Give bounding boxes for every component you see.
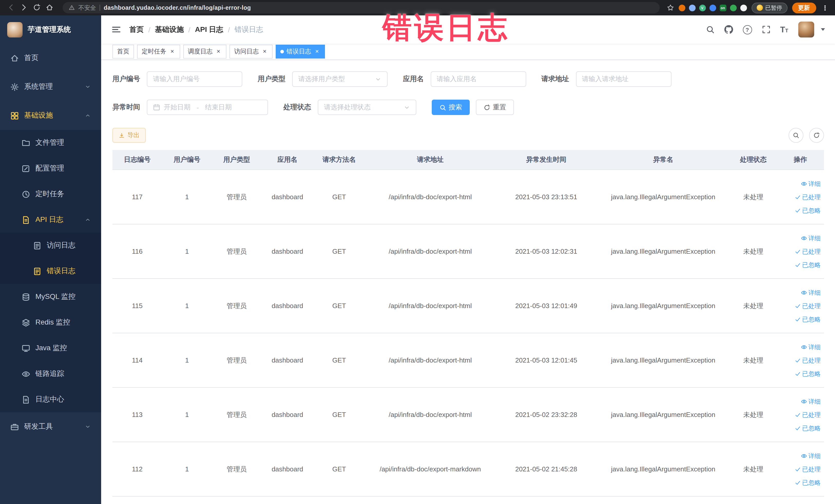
extension-orange-icon[interactable] [678, 4, 685, 11]
check-icon [794, 207, 801, 213]
logo-title: 芋道管理系统 [28, 25, 71, 34]
sidebar-item-java-monitor[interactable]: Java 监控 [0, 335, 101, 361]
action-processed-link[interactable]: 已处理 [794, 354, 821, 366]
tab-error-log[interactable]: 错误日志× [276, 45, 325, 59]
sidebar-nav: 首页系统管理基础设施文件管理配置管理定时任务API 日志访问日志错误日志MySQ… [0, 44, 101, 441]
sidebar-item-api-log[interactable]: API 日志 [0, 207, 101, 233]
extension-green-leaf-icon[interactable] [730, 4, 736, 11]
breadcrumb-item[interactable]: 首页 [129, 25, 144, 34]
action-detail-link[interactable]: 详细 [801, 177, 821, 190]
search-icon[interactable] [706, 25, 714, 34]
action-processed-link[interactable]: 已处理 [794, 408, 821, 421]
cell-status: 未处理 [730, 224, 777, 279]
table-row: 1151管理员dashboardGET/api/infra/db-doc/exp… [113, 279, 824, 333]
extension-vue-devtools-icon[interactable]: V [699, 4, 706, 11]
action-ignored-link[interactable]: 已忽略 [794, 476, 821, 489]
action-processed-link[interactable]: 已处理 [794, 463, 821, 475]
breadcrumb-separator: / [148, 25, 150, 34]
user-type-select[interactable]: 请选择用户类型 [292, 72, 388, 87]
sidebar-item-home[interactable]: 首页 [0, 44, 101, 73]
process-status-select[interactable]: 请选择处理状态 [318, 100, 416, 115]
sidebar-item-infrastructure[interactable]: 基础设施 [0, 101, 101, 130]
chevron-down-icon[interactable] [821, 28, 825, 31]
tab-close-icon[interactable]: × [261, 48, 268, 55]
cell-url: /api/infra/db-doc/export-html [365, 279, 495, 333]
toggle-search-icon-button[interactable] [788, 128, 803, 143]
browser-home-icon[interactable] [46, 3, 54, 12]
github-icon[interactable] [724, 25, 733, 34]
breadcrumb-separator: / [188, 25, 190, 34]
browser-reload-icon[interactable] [33, 3, 41, 12]
sidebar-item-file-management[interactable]: 文件管理 [0, 130, 101, 156]
user-id-input[interactable]: 请输入用户编号 [147, 72, 242, 87]
sidebar-item-dev-tools[interactable]: 研发工具 [0, 412, 101, 441]
address-bar[interactable]: 不安全 dashboard.yudao.iocoder.cn/infra/log… [63, 2, 659, 13]
action-processed-link[interactable]: 已处理 [794, 245, 821, 258]
extension-lightblue-icon[interactable] [689, 4, 695, 11]
sidebar-item-config-management[interactable]: 配置管理 [0, 156, 101, 181]
tab-label: 调度日志 [188, 47, 212, 56]
sidebar-item-scheduled-jobs[interactable]: 定时任务 [0, 181, 101, 207]
doc2-icon [33, 267, 42, 276]
tab-home[interactable]: 首页 [113, 45, 134, 59]
update-button[interactable]: 更新 [792, 2, 816, 13]
security-label: 不安全 [78, 4, 96, 12]
action-detail-link[interactable]: 详细 [801, 395, 821, 407]
avatar[interactable] [798, 22, 814, 38]
breadcrumb-item[interactable]: API 日志 [195, 25, 223, 34]
action-processed-link[interactable]: 已处理 [794, 191, 821, 203]
cell-status: 未处理 [730, 333, 777, 387]
extension-blue-grid-icon[interactable] [709, 4, 716, 11]
tab-close-icon[interactable]: × [169, 48, 176, 55]
fullscreen-icon[interactable] [761, 25, 770, 34]
action-ignored-link[interactable]: 已忽略 [794, 367, 821, 380]
url-text[interactable]: dashboard.yudao.iocoder.cn/infra/log/api… [104, 5, 251, 11]
paused-badge[interactable]: 已暂停 [751, 2, 787, 13]
tab-close-icon[interactable]: × [314, 48, 320, 55]
browser-menu-icon[interactable]: ⋮ [821, 4, 830, 12]
sidebar-item-redis-monitor[interactable]: Redis 监控 [0, 310, 101, 335]
request-url-input[interactable]: 请输入请求地址 [576, 72, 671, 87]
cell-id: 116 [113, 224, 162, 279]
sidebar-item-log-center[interactable]: 日志中心 [0, 387, 101, 412]
bookmark-star-icon[interactable] [667, 4, 674, 11]
action-detail-link[interactable]: 详细 [801, 341, 821, 353]
search-button[interactable]: 搜索 [432, 100, 470, 115]
reset-button[interactable]: 重置 [476, 100, 514, 115]
exception-time-range-input[interactable]: 开始日期 - 结束日期 [147, 100, 268, 115]
browser-forward-icon[interactable] [20, 3, 28, 12]
action-ignored-link[interactable]: 已忽略 [794, 313, 821, 325]
tab-schedule-log[interactable]: 调度日志× [183, 45, 226, 59]
tab-scheduled-jobs[interactable]: 定时任务× [137, 45, 180, 59]
browser-back-icon[interactable] [7, 3, 15, 12]
breadcrumb-item[interactable]: 基础设施 [155, 25, 184, 34]
tab-access-log[interactable]: 访问日志× [229, 45, 272, 59]
hamburger-icon[interactable] [111, 25, 121, 35]
action-detail-link[interactable]: 详细 [801, 232, 821, 244]
tab-close-icon[interactable]: × [215, 48, 222, 55]
cell-id: 114 [113, 333, 162, 387]
sidebar-item-access-log[interactable]: 访问日志 [0, 233, 101, 258]
action-ignored-link[interactable]: 已忽略 [794, 422, 821, 434]
font-size-icon[interactable]: TT [780, 25, 788, 34]
export-button[interactable]: 导出 [113, 128, 146, 143]
sidebar-item-trace[interactable]: 链路追踪 [0, 361, 101, 387]
refresh-icon-button[interactable] [809, 128, 824, 143]
logo[interactable]: 芋道管理系统 [0, 15, 101, 44]
action-detail-link[interactable]: 详细 [801, 286, 821, 299]
help-icon[interactable]: ? [742, 25, 752, 34]
app-name-input[interactable]: 请输入应用名 [430, 72, 526, 87]
action-processed-link[interactable]: 已处理 [794, 300, 821, 312]
action-ignored-link[interactable]: 已忽略 [794, 204, 821, 217]
sidebar-item-system-management[interactable]: 系统管理 [0, 73, 101, 101]
extension-on-badge-icon[interactable]: on [719, 4, 726, 11]
sidebar-item-mysql-monitor[interactable]: MySQL 监控 [0, 284, 101, 310]
breadcrumb: 首页/基础设施/API 日志/错误日志 [129, 25, 263, 34]
chevron-down-icon [85, 423, 91, 430]
reset-button-label: 重置 [493, 103, 506, 112]
clock-icon [22, 190, 30, 199]
sidebar-item-error-log[interactable]: 错误日志 [0, 258, 101, 284]
extension-dark-paw-icon[interactable] [740, 4, 747, 11]
action-ignored-link[interactable]: 已忽略 [794, 259, 821, 271]
action-detail-link[interactable]: 详细 [801, 449, 821, 462]
